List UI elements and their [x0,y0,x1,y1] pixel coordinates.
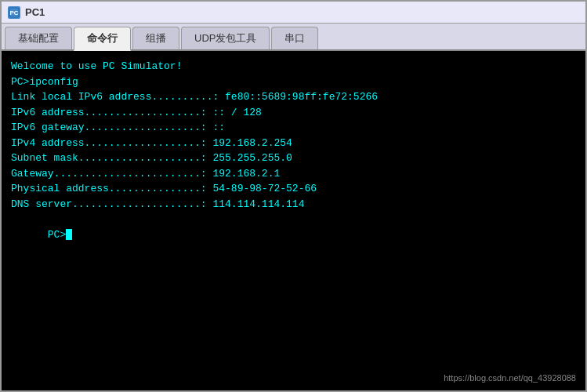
terminal-line-2: PC>ipconfig [11,74,576,90]
tab-serial[interactable]: 串口 [271,27,318,49]
tab-multicast[interactable]: 组播 [132,27,179,49]
terminal-line-11: DNS server.....................: 114.114… [11,197,576,212]
terminal[interactable]: Welcome to use PC Simulator! PC>ipconfig… [2,51,585,390]
terminal-line-9: Gateway........................: 192.168… [11,166,576,182]
window-title: PC1 [25,6,45,18]
svg-text:PC: PC [9,9,18,16]
terminal-prompt: PC> [11,212,576,258]
terminal-line-10: Physical address...............: 54-89-9… [11,181,576,197]
terminal-line-7: IPv4 address...................: 192.168… [11,136,576,151]
terminal-line-6: IPv6 gateway...................: :: [11,120,576,136]
tab-udp-tool[interactable]: UDP发包工具 [181,27,270,49]
tab-bar: 基础配置 命令行 组播 UDP发包工具 串口 [2,24,585,51]
terminal-line-0: Welcome to use PC Simulator! [11,59,576,74]
window: PC PC1 基础配置 命令行 组播 UDP发包工具 串口 Welcome to… [0,0,587,392]
terminal-cursor [66,229,72,240]
terminal-line-8: Subnet mask....................: 255.255… [11,151,576,166]
tab-basic-config[interactable]: 基础配置 [5,27,72,49]
title-bar: PC PC1 [2,2,585,24]
terminal-line-4: Link local IPv6 address..........: fe80:… [11,89,576,105]
tab-command-line[interactable]: 命令行 [74,27,131,51]
watermark: https://blog.csdn.net/qq_43928088 [444,372,576,385]
terminal-line-5: IPv6 address...................: :: / 12… [11,105,576,121]
window-icon: PC [8,6,20,19]
